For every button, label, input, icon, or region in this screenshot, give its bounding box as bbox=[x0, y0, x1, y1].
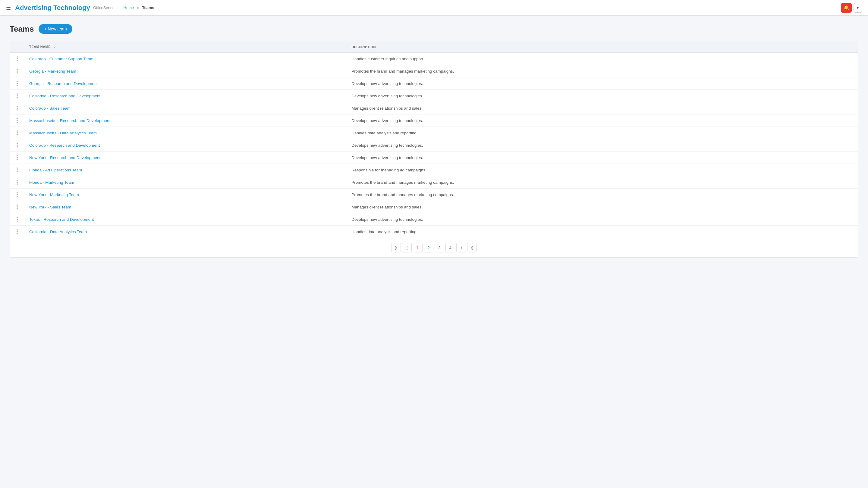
table-header-row: TEAM NAME ▿ DESCRIPTION bbox=[10, 41, 858, 53]
row-menu-cell bbox=[10, 201, 24, 213]
row-menu-button[interactable] bbox=[15, 192, 20, 197]
team-name-link[interactable]: Colorado - Research and Development bbox=[29, 143, 100, 148]
row-menu-button[interactable] bbox=[15, 118, 20, 123]
row-team-name-cell: California - Data Analytics Team bbox=[24, 226, 347, 238]
row-description-text: Develops new advertising technologies. bbox=[351, 119, 423, 123]
nav-home-link[interactable]: Home bbox=[124, 5, 134, 10]
hamburger-icon[interactable]: ☰ bbox=[6, 4, 11, 11]
table-row: Colorado - Customer Support TeamHandles … bbox=[10, 53, 858, 65]
row-menu-button[interactable] bbox=[15, 217, 20, 222]
team-name-link[interactable]: New York - Research and Development bbox=[29, 156, 100, 160]
row-menu-button[interactable] bbox=[15, 130, 20, 135]
team-name-link[interactable]: Colorado - Sales Team bbox=[29, 106, 70, 110]
row-description-text: Handles data analysis and reporting. bbox=[351, 230, 417, 234]
app-title: Advertising Technology bbox=[15, 4, 90, 12]
breadcrumb-current: Teams bbox=[142, 5, 154, 10]
breadcrumb-separator: » bbox=[137, 5, 139, 10]
row-description-text: Manages client relationships and sales. bbox=[351, 106, 423, 110]
app-subtitle: OfficeSeries bbox=[93, 5, 115, 10]
team-name-link[interactable]: Massachusetts - Data Analytics Team bbox=[29, 131, 97, 135]
row-description-text: Develops new advertising technologies. bbox=[351, 94, 423, 98]
row-description-text: Handles customer inquiries and support. bbox=[351, 57, 424, 61]
row-description-text: Promotes the brand and manages marketing… bbox=[351, 69, 454, 73]
row-menu-button[interactable] bbox=[15, 167, 20, 172]
row-menu-button[interactable] bbox=[15, 81, 20, 86]
row-description-cell: Promotes the brand and manages marketing… bbox=[347, 65, 858, 77]
notification-bell-button[interactable]: 🔔 bbox=[841, 3, 852, 13]
team-name-link[interactable]: Colorado - Customer Support Team bbox=[29, 57, 93, 61]
row-menu-button[interactable] bbox=[15, 69, 20, 73]
table-row: New York - Research and DevelopmentDevel… bbox=[10, 152, 858, 164]
row-menu-button[interactable] bbox=[15, 143, 20, 148]
pagination-page-3-button[interactable]: 3 bbox=[435, 243, 444, 253]
team-name-link[interactable]: New York - Marketing Team bbox=[29, 193, 79, 197]
pagination-page-1-button[interactable]: 1 bbox=[413, 243, 423, 253]
pagination-first-button[interactable]: ⟨⟨ bbox=[391, 243, 401, 253]
row-description-text: Responsible for managing ad campaigns. bbox=[351, 168, 426, 172]
pagination-page-2-button[interactable]: 2 bbox=[424, 243, 433, 253]
page-content: Teams + New team TEAM NAME ▿ DESCRIPTION… bbox=[0, 16, 868, 266]
row-description-text: Promotes the brand and manages marketing… bbox=[351, 193, 454, 197]
row-team-name-cell: Colorado - Sales Team bbox=[24, 102, 347, 115]
team-name-link[interactable]: Florida - Ad Operations Team bbox=[29, 168, 82, 172]
row-menu-cell bbox=[10, 65, 24, 77]
user-dropdown-button[interactable]: ▼ bbox=[854, 3, 862, 13]
row-menu-button[interactable] bbox=[15, 229, 20, 234]
teams-table: TEAM NAME ▿ DESCRIPTION Colorado - Custo… bbox=[10, 41, 858, 238]
page-title: Teams bbox=[10, 24, 34, 34]
row-description-text: Develops new advertising technologies. bbox=[351, 82, 423, 86]
pagination-page-4-button[interactable]: 4 bbox=[445, 243, 455, 253]
row-menu-cell bbox=[10, 152, 24, 164]
row-description-cell: Develops new advertising technologies. bbox=[347, 139, 858, 152]
pagination-prev-button[interactable]: ⟨ bbox=[402, 243, 412, 253]
row-description-cell: Develops new advertising technologies. bbox=[347, 213, 858, 226]
pagination-last-button[interactable]: ⟩⟩ bbox=[467, 243, 477, 253]
row-description-text: Develops new advertising technologies. bbox=[351, 156, 423, 160]
filter-icon[interactable]: ▿ bbox=[54, 45, 56, 48]
col-header-menu bbox=[10, 41, 24, 53]
row-team-name-cell: Colorado - Research and Development bbox=[24, 139, 347, 152]
row-menu-cell bbox=[10, 164, 24, 176]
team-name-link[interactable]: California - Data Analytics Team bbox=[29, 230, 87, 234]
row-description-cell: Promotes the brand and manages marketing… bbox=[347, 189, 858, 201]
team-name-link[interactable]: Georgia - Research and Development bbox=[29, 82, 98, 86]
row-menu-button[interactable] bbox=[15, 204, 20, 209]
row-description-cell: Manages client relationships and sales. bbox=[347, 102, 858, 115]
row-menu-button[interactable] bbox=[15, 180, 20, 185]
row-description-cell: Promotes the brand and manages marketing… bbox=[347, 176, 858, 189]
team-name-link[interactable]: Georgia - Marketing Team bbox=[29, 69, 76, 73]
row-description-cell: Manages client relationships and sales. bbox=[347, 201, 858, 213]
row-menu-cell bbox=[10, 77, 24, 90]
team-name-link[interactable]: Florida - Marketing Team bbox=[29, 180, 74, 185]
row-team-name-cell: Florida - Ad Operations Team bbox=[24, 164, 347, 176]
table-row: California - Research and DevelopmentDev… bbox=[10, 90, 858, 102]
table-row: Florida - Marketing TeamPromotes the bra… bbox=[10, 176, 858, 189]
row-menu-cell bbox=[10, 226, 24, 238]
row-menu-cell bbox=[10, 213, 24, 226]
row-team-name-cell: Texas - Research and Development bbox=[24, 213, 347, 226]
row-menu-cell bbox=[10, 53, 24, 65]
row-menu-button[interactable] bbox=[15, 93, 20, 98]
row-description-text: Develops new advertising technologies. bbox=[351, 217, 423, 222]
row-description-cell: Develops new advertising technologies. bbox=[347, 152, 858, 164]
table-row: Colorado - Sales TeamManages client rela… bbox=[10, 102, 858, 115]
pagination-next-button[interactable]: ⟩ bbox=[456, 243, 466, 253]
row-description-cell: Develops new advertising technologies. bbox=[347, 115, 858, 127]
table-row: Florida - Ad Operations TeamResponsible … bbox=[10, 164, 858, 176]
team-name-link[interactable]: Massachusetts - Research and Development bbox=[29, 119, 110, 123]
table-row: New York - Sales TeamManages client rela… bbox=[10, 201, 858, 213]
row-description-text: Develops new advertising technologies. bbox=[351, 143, 423, 148]
team-name-link[interactable]: Texas - Research and Development bbox=[29, 217, 94, 222]
new-team-button[interactable]: + New team bbox=[38, 24, 72, 34]
team-name-link[interactable]: New York - Sales Team bbox=[29, 205, 71, 209]
row-menu-button[interactable] bbox=[15, 56, 20, 61]
row-description-text: Promotes the brand and manages marketing… bbox=[351, 180, 454, 185]
row-description-cell: Develops new advertising technologies. bbox=[347, 77, 858, 90]
team-name-link[interactable]: California - Research and Development bbox=[29, 94, 100, 98]
row-menu-button[interactable] bbox=[15, 106, 20, 110]
row-menu-button[interactable] bbox=[15, 155, 20, 160]
table-row: California - Data Analytics TeamHandles … bbox=[10, 226, 858, 238]
row-description-cell: Handles data analysis and reporting. bbox=[347, 127, 858, 139]
breadcrumb: Home » Teams bbox=[124, 5, 841, 10]
row-menu-cell bbox=[10, 102, 24, 115]
